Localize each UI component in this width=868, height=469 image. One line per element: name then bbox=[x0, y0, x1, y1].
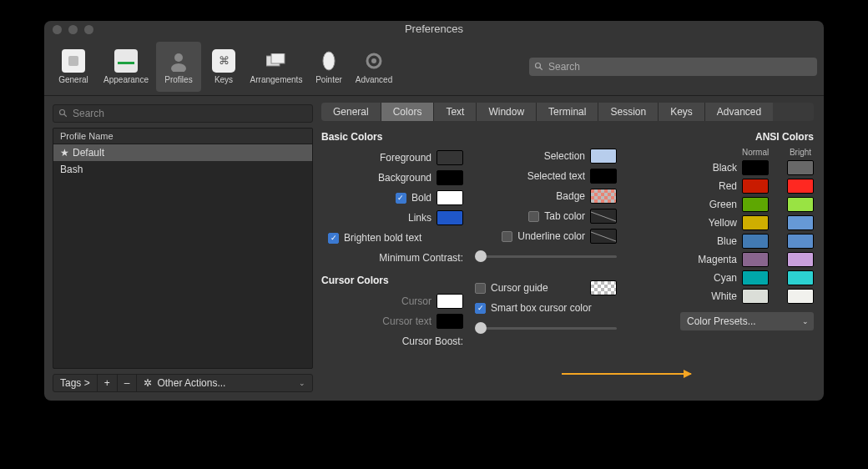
ansi-label-yellow: Yellow bbox=[680, 217, 737, 229]
cursor-label: Cursor bbox=[401, 295, 431, 307]
tab-general[interactable]: General bbox=[321, 103, 381, 121]
profile-footer: Tags > + – ✲ Other Actions... ⌄ bbox=[53, 374, 313, 392]
profile-subtabs: General Colors Text Window Terminal Sess… bbox=[321, 103, 814, 121]
other-actions-dropdown[interactable]: ✲ Other Actions... ⌄ bbox=[137, 377, 312, 389]
bold-swatch[interactable] bbox=[437, 190, 463, 205]
ansi-red-normal[interactable] bbox=[742, 179, 769, 194]
foreground-swatch[interactable] bbox=[437, 150, 463, 165]
brighten-checkbox[interactable] bbox=[328, 233, 339, 244]
color-presets-dropdown[interactable]: Color Presets... ⌄ bbox=[680, 312, 814, 330]
ansi-green-bright[interactable] bbox=[787, 197, 814, 212]
underline-swatch[interactable] bbox=[590, 229, 617, 244]
ansi-black-normal[interactable] bbox=[742, 160, 769, 175]
underline-checkbox[interactable] bbox=[502, 231, 512, 242]
tab-color-label: Tab color bbox=[544, 210, 585, 222]
selected-text-swatch[interactable] bbox=[590, 169, 617, 184]
links-label: Links bbox=[408, 212, 431, 224]
tags-button[interactable]: Tags > bbox=[53, 375, 98, 391]
toolbar-search-input[interactable] bbox=[548, 61, 812, 73]
cursor-swatch[interactable] bbox=[437, 294, 463, 309]
svg-point-8 bbox=[536, 63, 541, 68]
chevron-down-icon: ⌄ bbox=[802, 317, 809, 325]
cursor-guide-swatch[interactable] bbox=[590, 280, 617, 295]
links-swatch[interactable] bbox=[437, 210, 463, 225]
profile-table: Profile Name ★ Default Bash bbox=[53, 128, 313, 369]
zoom-icon[interactable] bbox=[84, 25, 93, 34]
badge-swatch[interactable] bbox=[590, 189, 617, 204]
ansi-magenta-normal[interactable] bbox=[742, 252, 769, 267]
profile-row-bash[interactable]: Bash bbox=[53, 161, 312, 178]
cursor-text-label: Cursor text bbox=[382, 315, 431, 327]
svg-rect-4 bbox=[271, 53, 285, 63]
ansi-yellow-bright[interactable] bbox=[787, 215, 814, 230]
toolbar-appearance[interactable]: Appearance bbox=[96, 42, 156, 92]
ansi-white-bright[interactable] bbox=[787, 289, 814, 304]
cursor-text-swatch[interactable] bbox=[437, 314, 463, 329]
tab-terminal[interactable]: Terminal bbox=[537, 103, 598, 121]
svg-line-9 bbox=[540, 67, 542, 69]
toolbar-pointer[interactable]: Pointer bbox=[306, 42, 351, 92]
ansi-grid: NormalBright Black Red Green Yellow Blue… bbox=[680, 148, 814, 304]
titlebar: Preferences bbox=[44, 21, 824, 38]
minimize-icon[interactable] bbox=[68, 25, 78, 34]
search-icon bbox=[534, 62, 544, 72]
ansi-bright-head: Bright bbox=[787, 148, 814, 157]
tab-window[interactable]: Window bbox=[477, 103, 537, 121]
toolbar-profiles[interactable]: Profiles bbox=[156, 42, 201, 92]
profile-sidebar: Profile Name ★ Default Bash Tags > + – ✲… bbox=[44, 96, 321, 401]
color-presets-label: Color Presets... bbox=[687, 315, 756, 327]
profile-row-default[interactable]: ★ Default bbox=[53, 144, 312, 161]
toolbar-search[interactable] bbox=[529, 58, 817, 76]
background-swatch[interactable] bbox=[437, 170, 463, 185]
search-icon bbox=[58, 108, 68, 119]
badge-label: Badge bbox=[556, 190, 585, 202]
remove-profile-button[interactable]: – bbox=[118, 375, 138, 391]
traffic-lights bbox=[53, 25, 93, 34]
profile-search[interactable] bbox=[53, 104, 313, 123]
ansi-label-cyan: Cyan bbox=[680, 272, 737, 284]
selected-text-label: Selected text bbox=[527, 170, 585, 182]
cursor-guide-label: Cursor guide bbox=[491, 282, 548, 294]
tab-colors[interactable]: Colors bbox=[381, 103, 435, 121]
tab-session[interactable]: Session bbox=[598, 103, 659, 121]
bold-checkbox[interactable] bbox=[396, 193, 406, 204]
selection-swatch[interactable] bbox=[590, 149, 617, 164]
toolbar-general[interactable]: General bbox=[51, 42, 96, 92]
contrast-slider[interactable] bbox=[475, 250, 617, 263]
ansi-cyan-normal[interactable] bbox=[742, 270, 769, 285]
toolbar-advanced[interactable]: Advanced bbox=[351, 42, 396, 92]
toolbar-label: Keys bbox=[214, 75, 233, 84]
add-profile-button[interactable]: + bbox=[98, 375, 118, 391]
profile-search-input[interactable] bbox=[73, 108, 307, 119]
close-icon[interactable] bbox=[53, 25, 62, 34]
ansi-yellow-normal[interactable] bbox=[742, 215, 769, 230]
ansi-red-bright[interactable] bbox=[787, 179, 814, 194]
ansi-green-normal[interactable] bbox=[742, 197, 769, 212]
profile-table-header: Profile Name bbox=[53, 129, 312, 144]
smart-cursor-label: Smart box cursor color bbox=[491, 302, 592, 314]
toolbar-arrangements[interactable]: Arrangements bbox=[246, 42, 306, 92]
cursor-boost-slider[interactable] bbox=[475, 321, 617, 335]
tab-advanced[interactable]: Advanced bbox=[705, 103, 773, 121]
ansi-black-bright[interactable] bbox=[787, 160, 814, 175]
cursor-guide-checkbox[interactable] bbox=[475, 283, 486, 294]
ansi-label-magenta: Magenta bbox=[680, 254, 737, 265]
toolbar-label: Arrangements bbox=[250, 75, 303, 84]
toolbar-keys[interactable]: ⌘ Keys bbox=[201, 42, 246, 92]
ansi-white-normal[interactable] bbox=[742, 289, 769, 304]
ansi-magenta-bright[interactable] bbox=[787, 252, 814, 267]
ansi-blue-bright[interactable] bbox=[787, 234, 814, 249]
ansi-label-black: Black bbox=[680, 162, 737, 174]
tab-keys[interactable]: Keys bbox=[659, 103, 705, 121]
brighten-label: Brighten bold text bbox=[344, 232, 421, 244]
smart-cursor-checkbox[interactable] bbox=[475, 303, 486, 314]
tab-text[interactable]: Text bbox=[434, 103, 477, 121]
ansi-blue-normal[interactable] bbox=[742, 234, 769, 249]
tab-color-swatch[interactable] bbox=[590, 209, 617, 224]
toolbar-label: Advanced bbox=[356, 75, 392, 84]
svg-point-1 bbox=[174, 53, 183, 62]
gear-icon: ✲ bbox=[144, 377, 152, 389]
tab-color-checkbox[interactable] bbox=[528, 211, 539, 222]
svg-line-11 bbox=[64, 114, 67, 117]
ansi-cyan-bright[interactable] bbox=[787, 270, 814, 285]
